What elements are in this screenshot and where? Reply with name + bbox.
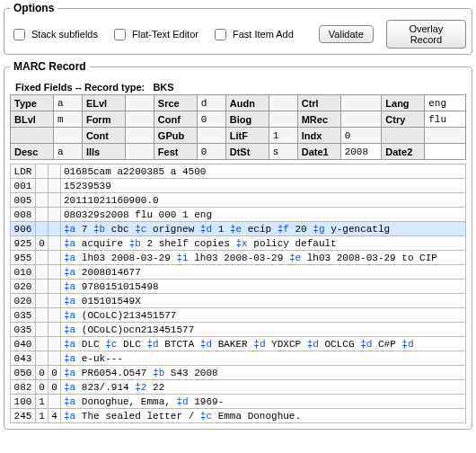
marc-tag[interactable]: 925: [11, 236, 36, 251]
marc-tag[interactable]: 020: [11, 294, 36, 308]
marc-ind2[interactable]: [48, 236, 61, 251]
ff-audn[interactable]: [269, 95, 297, 111]
flat-text-editor-checkbox[interactable]: Flat-Text Editor: [110, 26, 198, 43]
marc-ind1[interactable]: [36, 164, 48, 179]
ff-ctrl[interactable]: [340, 95, 382, 111]
marc-ind2[interactable]: [48, 351, 61, 366]
marc-row-035-11[interactable]: 035‡a (OCoLC)ocn213451577: [11, 323, 466, 337]
ff-ctry[interactable]: flu: [425, 111, 466, 128]
marc-content[interactable]: ‡a 823/.914 ‡2 22: [61, 380, 466, 395]
fast-item-input[interactable]: [215, 29, 226, 40]
marc-ind1[interactable]: [36, 179, 48, 193]
marc-content[interactable]: ‡a 2008014677: [61, 265, 466, 280]
marc-ind2[interactable]: 4: [48, 409, 61, 423]
stack-subfields-checkbox[interactable]: Stack subfields: [10, 26, 98, 43]
marc-row-010-7[interactable]: 010‡a 2008014677: [11, 265, 466, 280]
ff-elvl[interactable]: [125, 95, 154, 111]
marc-tag[interactable]: 100: [11, 395, 36, 409]
marc-content[interactable]: ‡a PR6054.O547 ‡b S43 2008: [61, 366, 466, 380]
marc-ind2[interactable]: [48, 179, 61, 193]
marc-tag[interactable]: 955: [11, 251, 36, 265]
ff-desc[interactable]: a: [53, 144, 82, 160]
marc-content[interactable]: ‡a (OCoLC)213451577: [61, 308, 466, 323]
marc-content[interactable]: ‡a The sealed letter / ‡c Emma Donoghue.: [61, 409, 466, 423]
marc-ind1[interactable]: [36, 351, 48, 366]
ff-mrec[interactable]: [340, 111, 382, 128]
marc-content[interactable]: ‡a (OCoLC)ocn213451577: [61, 323, 466, 337]
fast-item-add-checkbox[interactable]: Fast Item Add: [211, 26, 294, 43]
marc-ind1[interactable]: 0: [36, 236, 48, 251]
marc-ind1[interactable]: [36, 337, 48, 351]
marc-tag[interactable]: 040: [11, 337, 36, 351]
marc-ind1[interactable]: [36, 280, 48, 294]
marc-tag[interactable]: 010: [11, 265, 36, 280]
ff-gpub[interactable]: [197, 128, 225, 144]
marc-row-020-8[interactable]: 020‡a 9780151015498: [11, 280, 466, 294]
marc-ind2[interactable]: [48, 208, 61, 222]
ff-fest[interactable]: 0: [197, 144, 225, 160]
ff-lang[interactable]: eng: [425, 95, 466, 111]
flat-text-input[interactable]: [114, 29, 126, 40]
marc-row-955-6[interactable]: 955‡a lh03 2008-03-29 ‡i lh03 2008-03-29…: [11, 251, 466, 265]
ff-litf[interactable]: 1: [269, 128, 297, 144]
marc-content[interactable]: ‡a acquire ‡b 2 shelf copies ‡x policy d…: [61, 236, 466, 251]
marc-tag[interactable]: 050: [11, 366, 36, 380]
marc-ind1[interactable]: 0: [36, 380, 48, 395]
marc-ind2[interactable]: [48, 222, 61, 236]
marc-ind1[interactable]: [36, 222, 48, 236]
marc-ind1[interactable]: [36, 208, 48, 222]
marc-row-008-3[interactable]: 008080329s2008 flu 000 1 eng: [11, 208, 466, 222]
marc-content[interactable]: 01685cam a2200385 a 4500: [61, 164, 466, 179]
marc-content[interactable]: ‡a Donoghue, Emma, ‡d 1969-: [61, 395, 466, 409]
ff-date2[interactable]: [425, 144, 466, 160]
marc-ind2[interactable]: 0: [48, 366, 61, 380]
marc-row-LDR-0[interactable]: LDR01685cam a2200385 a 4500: [11, 164, 466, 179]
marc-row-100-16[interactable]: 1001‡a Donoghue, Emma, ‡d 1969-: [11, 395, 466, 409]
marc-tag[interactable]: 906: [11, 222, 36, 236]
marc-content[interactable]: 15239539: [61, 179, 466, 193]
marc-ind2[interactable]: [48, 280, 61, 294]
marc-ind2[interactable]: [48, 395, 61, 409]
marc-ind1[interactable]: [36, 308, 48, 323]
marc-row-001-1[interactable]: 00115239539: [11, 179, 466, 193]
marc-tag[interactable]: 008: [11, 208, 36, 222]
marc-content[interactable]: ‡a DLC ‡c DLC ‡d BTCTA ‡d BAKER ‡d YDXCP…: [61, 337, 466, 351]
marc-tag[interactable]: 020: [11, 280, 36, 294]
marc-row-245-17[interactable]: 24514‡a The sealed letter / ‡c Emma Dono…: [11, 409, 466, 423]
marc-content[interactable]: 080329s2008 flu 000 1 eng: [61, 208, 466, 222]
marc-ind2[interactable]: [48, 164, 61, 179]
marc-ind2[interactable]: 0: [48, 380, 61, 395]
marc-ind1[interactable]: 0: [36, 366, 48, 380]
marc-row-035-10[interactable]: 035‡a (OCoLC)213451577: [11, 308, 466, 323]
marc-tag[interactable]: 245: [11, 409, 36, 423]
marc-ind2[interactable]: [48, 323, 61, 337]
marc-tag[interactable]: 001: [11, 179, 36, 193]
marc-content[interactable]: ‡a lh03 2008-03-29 ‡i lh03 2008-03-29 ‡e…: [61, 251, 466, 265]
ff-type[interactable]: a: [53, 95, 82, 111]
marc-ind1[interactable]: [36, 193, 48, 208]
marc-ind2[interactable]: [48, 251, 61, 265]
marc-ind1[interactable]: [36, 294, 48, 308]
marc-ind2[interactable]: [48, 337, 61, 351]
marc-content[interactable]: ‡a e-uk---: [61, 351, 466, 366]
marc-row-925-5[interactable]: 9250‡a acquire ‡b 2 shelf copies ‡x poli…: [11, 236, 466, 251]
marc-content[interactable]: ‡a 015101549X: [61, 294, 466, 308]
marc-content[interactable]: ‡a 7 ‡b cbc ‡c orignew ‡d 1 ‡e ecip ‡f 2…: [61, 222, 466, 236]
marc-tag[interactable]: LDR: [11, 164, 36, 179]
validate-button[interactable]: Validate: [319, 25, 374, 43]
ff-conf[interactable]: 0: [197, 111, 225, 128]
stack-subfields-input[interactable]: [13, 29, 25, 40]
marc-content[interactable]: 20111021160900.0: [61, 193, 466, 208]
ff-date1[interactable]: 2008: [340, 144, 382, 160]
ff-cont[interactable]: [125, 128, 154, 144]
marc-row-040-12[interactable]: 040‡a DLC ‡c DLC ‡d BTCTA ‡d BAKER ‡d YD…: [11, 337, 466, 351]
marc-row-082-15[interactable]: 08200‡a 823/.914 ‡2 22: [11, 380, 466, 395]
marc-content[interactable]: ‡a 9780151015498: [61, 280, 466, 294]
marc-tag[interactable]: 005: [11, 193, 36, 208]
marc-ind1[interactable]: 1: [36, 409, 48, 423]
marc-ind1[interactable]: 1: [36, 395, 48, 409]
marc-ind2[interactable]: [48, 193, 61, 208]
marc-ind1[interactable]: [36, 265, 48, 280]
ff-ills[interactable]: [125, 144, 154, 160]
marc-ind2[interactable]: [48, 265, 61, 280]
